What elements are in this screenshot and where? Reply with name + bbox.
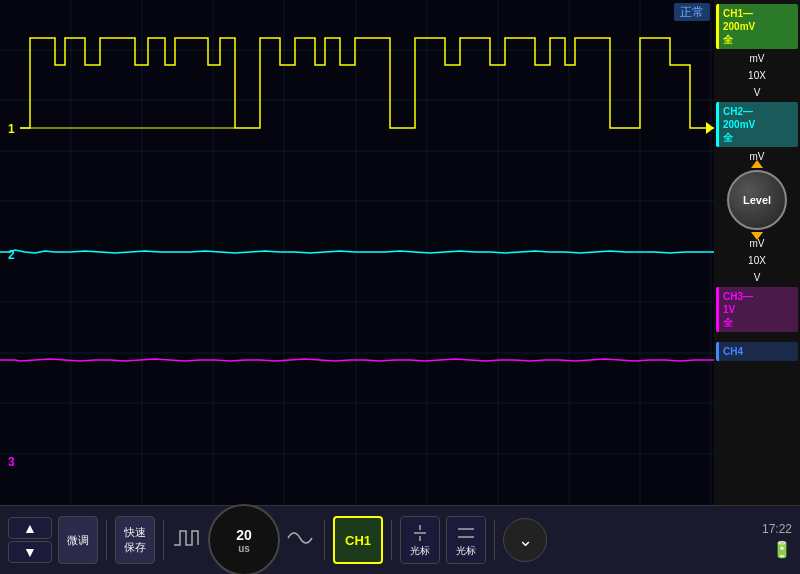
fast-save-label: 快速保存 [124, 525, 146, 555]
waveform-left-icon[interactable] [172, 523, 202, 558]
ch1-mv-label[interactable]: mV [716, 51, 798, 66]
ch1-number: 1 [8, 122, 15, 136]
cursor1-label: 光标 [410, 544, 430, 558]
level-v-label[interactable]: V [716, 270, 798, 285]
ch1-indicator[interactable]: CH1 [333, 516, 383, 564]
separator-2 [163, 520, 164, 560]
level-knob[interactable]: Level [727, 170, 787, 230]
menu-button[interactable]: ⌄ [503, 518, 547, 562]
cursor1-button[interactable]: 光标 [400, 516, 440, 564]
timebase-unit: us [238, 543, 250, 554]
up-arrow-button[interactable]: ▲ [8, 517, 52, 539]
down-arrow-button[interactable]: ▼ [8, 541, 52, 563]
ch3-button[interactable]: CH3— 1V 全 [716, 287, 798, 332]
ch2-number: 2 [8, 248, 15, 262]
oscilloscope-screen: 1 2 3 [0, 0, 714, 505]
waveform-display [0, 0, 714, 505]
battery-icon: 🔋 [772, 540, 792, 559]
cursor2-button[interactable]: 光标 [446, 516, 486, 564]
level-probe-label[interactable]: 10X [716, 253, 798, 268]
separator-1 [106, 520, 107, 560]
waveform-right-icon[interactable] [286, 523, 316, 558]
ch4-button[interactable]: CH4 [716, 342, 798, 361]
mode-status: 正常 [674, 3, 710, 21]
ch2-button[interactable]: CH2— 200mV 全 [716, 102, 798, 147]
separator-4 [391, 520, 392, 560]
ch3-number: 3 [8, 455, 15, 469]
ch1-button[interactable]: CH1— 200mV 全 [716, 4, 798, 49]
time-display: 17:22 [762, 522, 792, 536]
cursor2-label: 光标 [456, 544, 476, 558]
fine-adj-label: 微调 [58, 516, 98, 564]
fast-save-button[interactable]: 快速保存 [115, 516, 155, 564]
fine-adj-group: ▲ ▼ [8, 517, 52, 563]
bottom-toolbar: ▲ ▼ 微调 快速保存 20 us CH1 光标 [0, 505, 800, 574]
timebase-display[interactable]: 20 us [208, 504, 280, 574]
right-panel: CH1— 200mV 全 mV 10X V CH2— 200mV 全 mV Le… [714, 0, 800, 505]
system-info: 17:22 🔋 [762, 522, 792, 559]
separator-5 [494, 520, 495, 560]
svg-marker-20 [706, 122, 714, 134]
status-bar: 正常 [674, 4, 710, 21]
ch1-v-label[interactable]: V [716, 85, 798, 100]
ch1-probe-label[interactable]: 10X [716, 68, 798, 83]
separator-3 [324, 520, 325, 560]
timebase-value: 20 [236, 527, 252, 543]
